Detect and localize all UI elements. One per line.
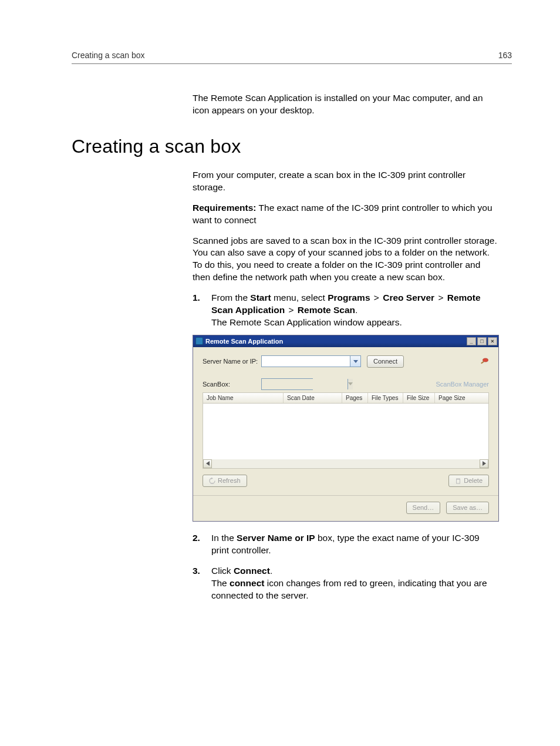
intro-text: The Remote Scan Application is installed… (193, 92, 499, 117)
requirements-label: Requirements: (193, 203, 257, 213)
trash-icon (455, 478, 461, 484)
scanbox-manager-link[interactable]: ScanBox Manager (436, 380, 490, 389)
minimize-button[interactable]: _ (467, 337, 476, 345)
chevron-down-icon[interactable] (350, 356, 360, 367)
save-as-button[interactable]: Save as… (446, 502, 489, 514)
paragraph-1: From your computer, create a scan box in… (193, 169, 499, 194)
server-input[interactable] (262, 356, 350, 367)
col-page-size[interactable]: Page Size (435, 393, 488, 403)
window-title: Remote Scan Application (205, 337, 467, 346)
send-button[interactable]: Send… (406, 502, 441, 514)
svg-rect-7 (457, 479, 460, 483)
scroll-right-button[interactable] (480, 459, 488, 468)
refresh-button[interactable]: Refresh (203, 475, 247, 487)
svg-rect-2 (481, 361, 484, 364)
app-icon (195, 337, 203, 345)
delete-button[interactable]: Delete (448, 475, 489, 487)
col-file-types[interactable]: File Types (368, 393, 403, 403)
scanbox-input[interactable] (262, 379, 348, 389)
table-header: Job Name Scan Date Pages File Types File… (203, 393, 488, 404)
step-3: 3. Click Connect. The connect icon chang… (193, 565, 499, 602)
step-2: 2. In the Server Name or IP box, type th… (193, 532, 499, 557)
running-head-left: Creating a scan box (72, 51, 145, 60)
col-job-name[interactable]: Job Name (203, 393, 284, 403)
svg-rect-8 (456, 478, 460, 479)
paragraph-requirements: Requirements: The exact name of the IC-3… (193, 202, 499, 227)
server-combo[interactable] (261, 355, 361, 367)
chevron-down-icon[interactable] (348, 379, 353, 389)
jobs-table: Job Name Scan Date Pages File Types File… (203, 392, 489, 469)
close-button[interactable]: × (488, 337, 497, 345)
scanbox-combo[interactable] (261, 378, 313, 390)
paragraph-3: Scanned jobs are saved to a scan box in … (193, 235, 499, 284)
scroll-left-button[interactable] (203, 459, 212, 468)
page-number: 163 (498, 51, 512, 60)
step-3-number: 3. (193, 565, 200, 577)
step-1-number: 1. (193, 292, 200, 304)
horizontal-scrollbar[interactable] (203, 459, 488, 468)
svg-marker-0 (353, 360, 358, 363)
svg-marker-4 (206, 461, 210, 466)
connect-status-icon (480, 357, 489, 366)
col-scan-date[interactable]: Scan Date (284, 393, 342, 403)
scanbox-label: ScanBox: (203, 380, 261, 389)
server-label: Server Name or IP: (203, 357, 261, 366)
connect-button[interactable]: Connect (367, 355, 404, 368)
step-1-result: The Remote Scan Application window appea… (211, 317, 499, 329)
svg-marker-3 (348, 382, 353, 385)
maximize-button[interactable]: □ (477, 337, 487, 345)
col-pages[interactable]: Pages (342, 393, 368, 403)
step-1: 1. From the Start menu, select Programs … (193, 292, 499, 522)
page-title: Creating a scan box (72, 136, 512, 157)
col-file-size[interactable]: File Size (403, 393, 435, 403)
refresh-icon (209, 478, 215, 484)
svg-marker-5 (483, 461, 486, 466)
step-3-result: The connect icon changes from red to gre… (211, 577, 499, 602)
remote-scan-window: Remote Scan Application _ □ × Server Nam… (193, 335, 499, 522)
step-2-number: 2. (193, 532, 200, 545)
window-titlebar[interactable]: Remote Scan Application _ □ × (193, 335, 498, 347)
